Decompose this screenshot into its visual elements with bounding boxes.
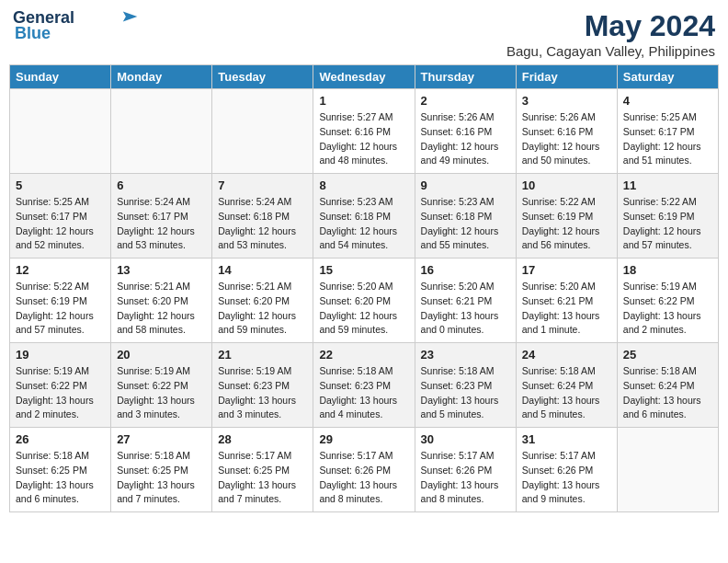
day-info-line: Daylight: 12 hours [117, 309, 206, 324]
day-info-line: Daylight: 13 hours [117, 478, 206, 493]
day-info: Sunrise: 5:24 AMSunset: 6:18 PMDaylight:… [218, 195, 307, 253]
day-info-line: Sunrise: 5:19 AM [117, 364, 206, 379]
calendar-day-cell: 5Sunrise: 5:25 AMSunset: 6:17 PMDaylight… [10, 174, 111, 259]
calendar-day-cell: 25Sunrise: 5:18 AMSunset: 6:24 PMDayligh… [617, 343, 718, 428]
day-info-line: and 5 minutes. [522, 408, 611, 422]
calendar-day-cell: 9Sunrise: 5:23 AMSunset: 6:18 PMDaylight… [415, 174, 516, 259]
day-info-line: Sunrise: 5:18 AM [16, 449, 105, 464]
calendar-day-cell: 21Sunrise: 5:19 AMSunset: 6:23 PMDayligh… [212, 343, 313, 428]
day-info-line: Daylight: 13 hours [421, 478, 510, 493]
day-info: Sunrise: 5:19 AMSunset: 6:23 PMDaylight:… [218, 364, 307, 422]
calendar-day-cell: 23Sunrise: 5:18 AMSunset: 6:23 PMDayligh… [415, 343, 516, 428]
day-info-line: Sunrise: 5:23 AM [421, 195, 510, 210]
day-info-line: Daylight: 12 hours [623, 224, 712, 239]
day-number: 25 [623, 348, 712, 362]
weekday-header: Wednesday [313, 65, 415, 89]
day-number: 15 [319, 263, 408, 277]
day-info-line: Daylight: 13 hours [421, 309, 510, 324]
day-info: Sunrise: 5:19 AMSunset: 6:22 PMDaylight:… [16, 364, 105, 422]
day-info: Sunrise: 5:18 AMSunset: 6:25 PMDaylight:… [117, 449, 206, 507]
day-info-line: Sunrise: 5:27 AM [319, 110, 408, 125]
calendar-day-cell: 22Sunrise: 5:18 AMSunset: 6:23 PMDayligh… [313, 343, 415, 428]
day-info-line: Daylight: 13 hours [623, 394, 712, 408]
day-info-line: Sunset: 6:20 PM [117, 294, 206, 309]
day-info-line: Daylight: 12 hours [16, 309, 105, 324]
day-info-line: and 0 minutes. [421, 323, 510, 338]
day-number: 22 [319, 348, 408, 362]
day-info-line: Daylight: 13 hours [319, 478, 408, 493]
day-info-line: and 59 minutes. [218, 323, 307, 338]
day-number: 31 [522, 432, 611, 446]
day-info-line: Sunset: 6:20 PM [319, 294, 408, 309]
day-number: 11 [623, 178, 712, 192]
calendar-day-cell: 8Sunrise: 5:23 AMSunset: 6:18 PMDaylight… [313, 174, 415, 259]
weekday-header-row: SundayMondayTuesdayWednesdayThursdayFrid… [10, 65, 719, 89]
day-info-line: and 6 minutes. [623, 408, 712, 422]
day-info-line: Daylight: 12 hours [218, 309, 307, 324]
calendar-day-cell: 1Sunrise: 5:27 AMSunset: 6:16 PMDaylight… [313, 89, 415, 174]
day-info-line: Daylight: 13 hours [522, 394, 611, 408]
day-number: 5 [16, 178, 105, 192]
day-number: 30 [421, 432, 510, 446]
day-number: 3 [522, 94, 611, 108]
day-info-line: and 56 minutes. [522, 238, 611, 253]
calendar-day-cell [111, 89, 212, 174]
day-info-line: Sunset: 6:22 PM [16, 379, 105, 394]
day-info-line: and 2 minutes. [623, 323, 712, 338]
day-info-line: Sunset: 6:26 PM [421, 464, 510, 478]
day-info-line: and 55 minutes. [421, 238, 510, 253]
day-info-line: Sunset: 6:24 PM [522, 379, 611, 394]
month-year-title: May 2024 [506, 9, 715, 43]
day-info-line: Sunrise: 5:26 AM [421, 110, 510, 125]
day-number: 7 [218, 178, 307, 192]
day-info-line: Sunrise: 5:21 AM [218, 280, 307, 294]
day-info: Sunrise: 5:17 AMSunset: 6:25 PMDaylight:… [218, 449, 307, 507]
day-info-line: Daylight: 12 hours [623, 140, 712, 155]
day-info-line: Sunrise: 5:17 AM [421, 449, 510, 464]
day-info-line: Sunrise: 5:21 AM [117, 280, 206, 294]
day-info: Sunrise: 5:19 AMSunset: 6:22 PMDaylight:… [623, 280, 712, 338]
day-number: 9 [421, 178, 510, 192]
title-block: May 2024 Bagu, Cagayan Valley, Philippin… [506, 9, 715, 59]
day-info-line: Sunrise: 5:24 AM [218, 195, 307, 210]
day-info: Sunrise: 5:20 AMSunset: 6:20 PMDaylight:… [319, 280, 408, 338]
svg-marker-0 [123, 11, 138, 21]
day-info-line: Sunset: 6:18 PM [319, 210, 408, 224]
day-info-line: and 53 minutes. [117, 238, 206, 253]
day-info-line: Sunset: 6:19 PM [623, 210, 712, 224]
day-info-line: Sunrise: 5:18 AM [319, 364, 408, 379]
calendar-day-cell: 10Sunrise: 5:22 AMSunset: 6:19 PMDayligh… [516, 174, 617, 259]
logo-icon [119, 10, 139, 23]
calendar-day-cell: 20Sunrise: 5:19 AMSunset: 6:22 PMDayligh… [111, 343, 212, 428]
day-info-line: Sunset: 6:25 PM [218, 464, 307, 478]
calendar-day-cell: 31Sunrise: 5:17 AMSunset: 6:26 PMDayligh… [516, 428, 617, 512]
day-info-line: and 3 minutes. [218, 408, 307, 422]
day-info-line: Sunset: 6:17 PM [117, 210, 206, 224]
day-info: Sunrise: 5:18 AMSunset: 6:24 PMDaylight:… [522, 364, 611, 422]
weekday-header: Tuesday [212, 65, 313, 89]
day-info: Sunrise: 5:19 AMSunset: 6:22 PMDaylight:… [117, 364, 206, 422]
day-info: Sunrise: 5:27 AMSunset: 6:16 PMDaylight:… [319, 110, 408, 168]
day-number: 21 [218, 348, 307, 362]
day-info-line: and 6 minutes. [16, 492, 105, 507]
day-number: 20 [117, 348, 206, 362]
day-info-line: Daylight: 12 hours [319, 309, 408, 324]
day-number: 18 [623, 263, 712, 277]
day-info-line: Daylight: 13 hours [522, 309, 611, 324]
day-info-line: Daylight: 12 hours [522, 224, 611, 239]
day-info-line: Daylight: 12 hours [319, 140, 408, 155]
calendar-day-cell: 18Sunrise: 5:19 AMSunset: 6:22 PMDayligh… [617, 259, 718, 343]
day-info-line: Sunset: 6:16 PM [522, 125, 611, 140]
weekday-header: Sunday [10, 65, 111, 89]
day-info: Sunrise: 5:22 AMSunset: 6:19 PMDaylight:… [522, 195, 611, 253]
day-number: 10 [522, 178, 611, 192]
day-info-line: and 5 minutes. [421, 408, 510, 422]
day-info-line: Daylight: 12 hours [218, 224, 307, 239]
calendar-week-row: 19Sunrise: 5:19 AMSunset: 6:22 PMDayligh… [10, 343, 719, 428]
day-info-line: Sunset: 6:19 PM [16, 294, 105, 309]
calendar-table: SundayMondayTuesdayWednesdayThursdayFrid… [9, 64, 719, 512]
calendar-day-cell: 4Sunrise: 5:25 AMSunset: 6:17 PMDaylight… [617, 89, 718, 174]
day-info: Sunrise: 5:17 AMSunset: 6:26 PMDaylight:… [319, 449, 408, 507]
day-info-line: Daylight: 13 hours [16, 478, 105, 493]
calendar-day-cell: 29Sunrise: 5:17 AMSunset: 6:26 PMDayligh… [313, 428, 415, 512]
